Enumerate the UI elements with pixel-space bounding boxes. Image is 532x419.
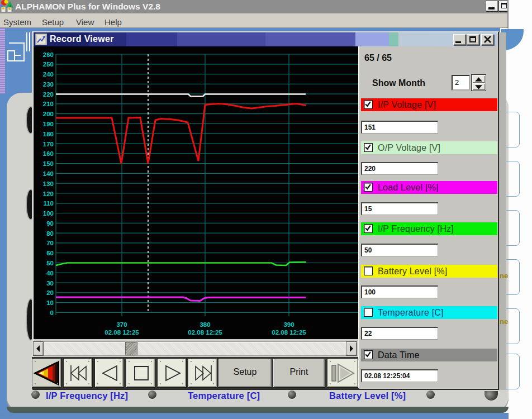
svg-text:120: 120 xyxy=(43,191,54,197)
svg-text:02.08 12:25: 02.08 12:25 xyxy=(272,329,306,336)
svg-text:40: 40 xyxy=(46,270,54,277)
svg-text:140: 140 xyxy=(43,170,54,177)
svg-text:260: 260 xyxy=(43,51,54,58)
svg-text:0: 0 xyxy=(50,310,54,316)
svg-text:390: 390 xyxy=(283,321,294,328)
svg-text:50: 50 xyxy=(46,260,54,266)
svg-text:70: 70 xyxy=(46,240,54,246)
svg-text:190: 190 xyxy=(43,121,54,127)
svg-text:130: 130 xyxy=(43,180,54,187)
svg-text:180: 180 xyxy=(43,131,54,137)
svg-text:210: 210 xyxy=(43,101,54,107)
svg-text:380: 380 xyxy=(200,321,210,328)
svg-text:02.08 12:25: 02.08 12:25 xyxy=(188,329,222,336)
svg-text:250: 250 xyxy=(43,61,54,68)
svg-text:150: 150 xyxy=(43,160,54,167)
svg-text:20: 20 xyxy=(46,289,54,296)
svg-text:10: 10 xyxy=(46,299,54,306)
svg-text:80: 80 xyxy=(46,230,54,237)
svg-text:240: 240 xyxy=(43,71,54,78)
svg-text:30: 30 xyxy=(46,280,54,287)
svg-text:100: 100 xyxy=(43,210,54,217)
svg-text:170: 170 xyxy=(43,141,54,147)
svg-text:02.08 12:25: 02.08 12:25 xyxy=(104,329,139,336)
svg-text:230: 230 xyxy=(43,81,54,88)
svg-text:90: 90 xyxy=(46,220,54,227)
svg-text:60: 60 xyxy=(46,250,54,256)
svg-text:200: 200 xyxy=(43,111,54,117)
svg-text:110: 110 xyxy=(43,200,54,207)
svg-text:220: 220 xyxy=(43,91,54,98)
svg-text:370: 370 xyxy=(116,321,127,328)
svg-text:160: 160 xyxy=(43,150,54,157)
